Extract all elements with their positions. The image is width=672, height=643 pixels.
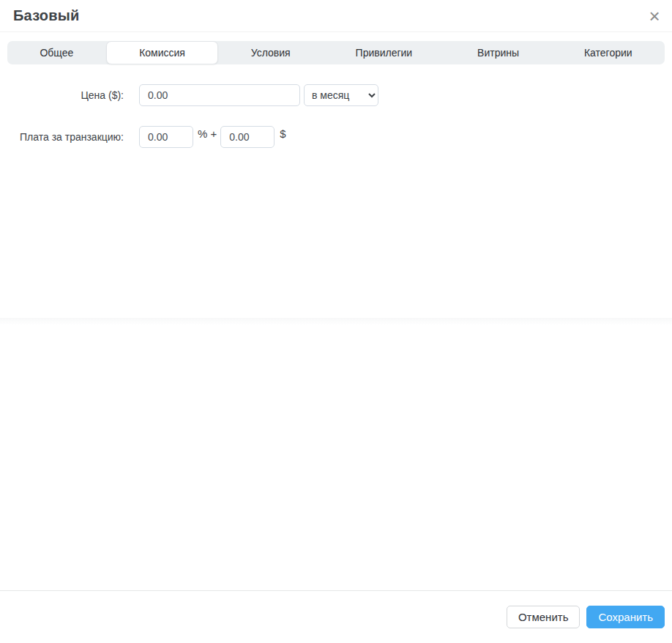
tab-commission[interactable]: Комиссия	[106, 41, 219, 64]
percent-plus-suffix: % +	[198, 127, 217, 140]
modal-title: Базовый	[13, 7, 79, 24]
transaction-fee-controls: % + $	[139, 126, 286, 148]
close-icon[interactable]: ×	[638, 0, 671, 32]
fee-percent-input[interactable]	[139, 126, 193, 148]
price-row: Цена ($): в месяц	[0, 84, 672, 106]
tab-terms[interactable]: Условия	[218, 41, 323, 64]
price-controls: в месяц	[139, 84, 378, 106]
tab-categories[interactable]: Категории	[551, 41, 665, 64]
tab-bar: Общее Комиссия Условия Привилегии Витрин…	[7, 41, 665, 64]
price-input[interactable]	[139, 84, 300, 106]
modal-footer: Отменить Сохранить	[0, 590, 672, 643]
price-label: Цена ($):	[0, 89, 124, 101]
fee-fixed-input[interactable]	[220, 126, 275, 148]
tab-privileges[interactable]: Привилегии	[323, 41, 445, 64]
transaction-fee-row: Плата за транзакцию: % + $	[0, 126, 672, 148]
plan-edit-modal: Базовый × Общее Комиссия Условия Привиле…	[0, 0, 672, 148]
modal-header: Базовый ×	[0, 0, 672, 32]
tab-showcases[interactable]: Витрины	[445, 41, 552, 64]
commission-form: Цена ($): в месяц Плата за транзакцию: %…	[0, 84, 672, 148]
save-button[interactable]: Сохранить	[586, 606, 665, 628]
tab-general[interactable]: Общее	[7, 41, 106, 64]
cancel-button[interactable]: Отменить	[507, 606, 580, 628]
dollar-suffix: $	[280, 127, 285, 140]
billing-period-select[interactable]: в месяц	[304, 84, 378, 106]
content-bottom-edge	[0, 318, 672, 325]
transaction-fee-label: Плата за транзакцию:	[0, 131, 124, 143]
